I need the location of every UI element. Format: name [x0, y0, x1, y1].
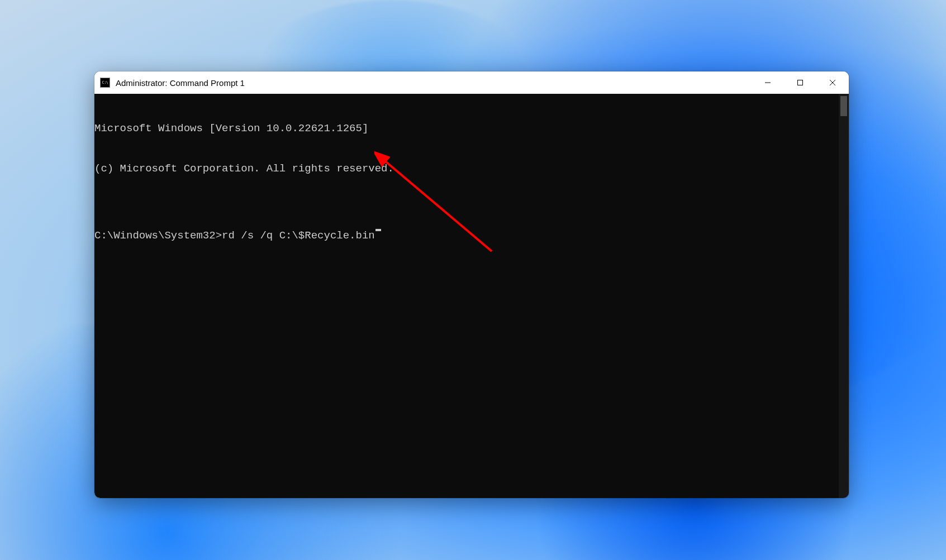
window-title: Administrator: Command Prompt 1: [116, 78, 752, 88]
maximize-icon: [797, 79, 804, 86]
close-icon: [829, 79, 836, 86]
command-prompt-window: C:\ Administrator: Command Prompt 1 Micr…: [94, 71, 849, 498]
titlebar[interactable]: C:\ Administrator: Command Prompt 1: [94, 71, 849, 94]
terminal-prompt-line: C:\Windows\System32>rd /s /q C:\$Recycle…: [94, 229, 839, 242]
maximize-button[interactable]: [784, 71, 816, 94]
window-controls: [752, 71, 849, 94]
terminal-cursor: [375, 229, 381, 231]
minimize-button[interactable]: [752, 71, 784, 94]
cmd-icon: C:\: [100, 78, 110, 88]
terminal-output-line: (c) Microsoft Corporation. All rights re…: [94, 162, 839, 175]
svg-rect-1: [798, 80, 803, 85]
terminal-output-line: Microsoft Windows [Version 10.0.22621.12…: [94, 122, 839, 135]
terminal-command: rd /s /q C:\$Recycle.bin: [222, 229, 375, 242]
terminal-area[interactable]: Microsoft Windows [Version 10.0.22621.12…: [94, 94, 849, 498]
terminal-content[interactable]: Microsoft Windows [Version 10.0.22621.12…: [94, 94, 839, 498]
close-button[interactable]: [816, 71, 849, 94]
minimize-icon: [764, 79, 771, 86]
scrollbar[interactable]: [839, 94, 849, 498]
scrollbar-thumb[interactable]: [840, 96, 847, 116]
terminal-prompt: C:\Windows\System32>: [94, 229, 222, 242]
